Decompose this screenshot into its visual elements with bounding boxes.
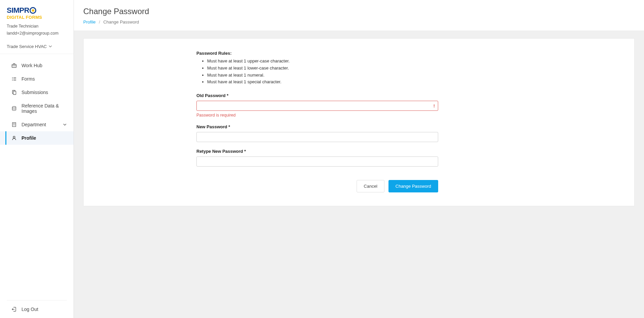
form-actions: Cancel Change Password [196, 180, 438, 192]
old-password-group: Old Password * ! Password is required [196, 93, 438, 118]
new-password-label: New Password * [196, 124, 438, 129]
sidebar-item-label: Reference Data & Images [21, 103, 67, 114]
database-icon [11, 106, 17, 111]
error-icon: ! [433, 103, 435, 108]
breadcrumb-separator: / [99, 19, 100, 25]
svg-rect-14 [13, 125, 14, 125]
sidebar-item-label: Log Out [21, 307, 60, 312]
svg-point-4 [12, 78, 13, 79]
password-rule: Must have at least 1 special character. [207, 79, 438, 86]
sidebar-item-label: Forms [21, 76, 67, 82]
sidebar-item-label: Work Hub [21, 63, 67, 68]
user-icon [11, 135, 17, 141]
org-selector[interactable]: Trade Service HVAC [0, 41, 74, 54]
change-password-button[interactable]: Change Password [388, 180, 438, 192]
retype-password-input[interactable] [196, 156, 438, 167]
retype-password-group: Retype New Password * [196, 149, 438, 167]
chevron-down-icon [63, 123, 67, 127]
logo-text-simpr: SIMPR [7, 7, 29, 14]
org-name: Trade Service HVAC [7, 44, 47, 49]
sidebar-item-label: Department [21, 122, 58, 127]
password-rules-list: Must have at least 1 upper-case characte… [196, 58, 438, 86]
logo-line1: SIMPR [7, 7, 67, 14]
list-icon [11, 76, 17, 82]
sidebar-footer: Log Out [7, 300, 67, 318]
sidebar-item-forms[interactable]: Forms [0, 72, 74, 86]
breadcrumb: Profile / Change Password [83, 19, 635, 25]
password-rules-title: Password Rules: [196, 51, 438, 56]
svg-point-10 [12, 106, 16, 107]
topbar: Change Password Profile / Change Passwor… [74, 0, 644, 31]
change-password-form: Password Rules: Must have at least 1 upp… [196, 51, 438, 192]
new-password-input[interactable] [196, 132, 438, 142]
old-password-error: Password is required [196, 113, 438, 118]
sidebar-item-label: Submissions [21, 90, 67, 95]
sidebar-item-label: Profile [21, 135, 67, 141]
sidebar-item-log-out[interactable]: Log Out [7, 303, 67, 316]
building-icon [11, 122, 17, 127]
sidebar-header: SIMPR DIGITAL FORMS Trade Technician lan… [0, 0, 74, 41]
svg-point-16 [13, 136, 15, 138]
content-wrap: Password Rules: Must have at least 1 upp… [74, 31, 644, 318]
logo-line2: DIGITAL FORMS [7, 15, 67, 20]
gear-icon [30, 7, 36, 14]
retype-password-label: Retype New Password * [196, 149, 438, 154]
svg-point-6 [12, 80, 13, 80]
sidebar: SIMPR DIGITAL FORMS Trade Technician lan… [0, 0, 74, 318]
sidebar-item-work-hub[interactable]: Work Hub [0, 59, 74, 72]
password-rule: Must have at least 1 upper-case characte… [207, 58, 438, 65]
logo: SIMPR DIGITAL FORMS [7, 7, 67, 20]
password-rule: Must have at least 1 lower-case characte… [207, 65, 438, 72]
copy-icon [11, 90, 17, 95]
svg-rect-12 [13, 123, 14, 124]
chevron-down-icon [49, 45, 52, 48]
old-password-input[interactable] [196, 101, 438, 111]
password-rule: Must have at least 1 numeral. [207, 72, 438, 79]
new-password-group: New Password * [196, 124, 438, 142]
card: Password Rules: Must have at least 1 upp… [83, 38, 635, 206]
page-title: Change Password [83, 7, 635, 16]
user-email: landd+2@simprogroup.com [7, 30, 67, 37]
svg-rect-11 [12, 123, 16, 127]
user-info: Trade Technician landd+2@simprogroup.com [7, 23, 67, 37]
svg-point-2 [12, 77, 13, 78]
nav: Work Hub Forms Submissions Reference Dat… [0, 54, 74, 301]
logout-icon [11, 307, 17, 312]
sidebar-item-reference[interactable]: Reference Data & Images [0, 99, 74, 118]
user-role: Trade Technician [7, 23, 67, 30]
breadcrumb-profile-link[interactable]: Profile [83, 19, 96, 25]
briefcase-icon [11, 63, 17, 68]
sidebar-item-submissions[interactable]: Submissions [0, 86, 74, 99]
sidebar-item-department[interactable]: Department [0, 118, 74, 131]
svg-rect-13 [14, 123, 15, 124]
cancel-button[interactable]: Cancel [357, 180, 384, 192]
sidebar-item-profile[interactable]: Profile [0, 131, 74, 145]
main: Change Password Profile / Change Passwor… [74, 0, 644, 318]
old-password-label: Old Password * [196, 93, 438, 98]
breadcrumb-current: Change Password [103, 19, 139, 25]
svg-rect-9 [13, 91, 16, 94]
svg-rect-15 [14, 125, 15, 125]
